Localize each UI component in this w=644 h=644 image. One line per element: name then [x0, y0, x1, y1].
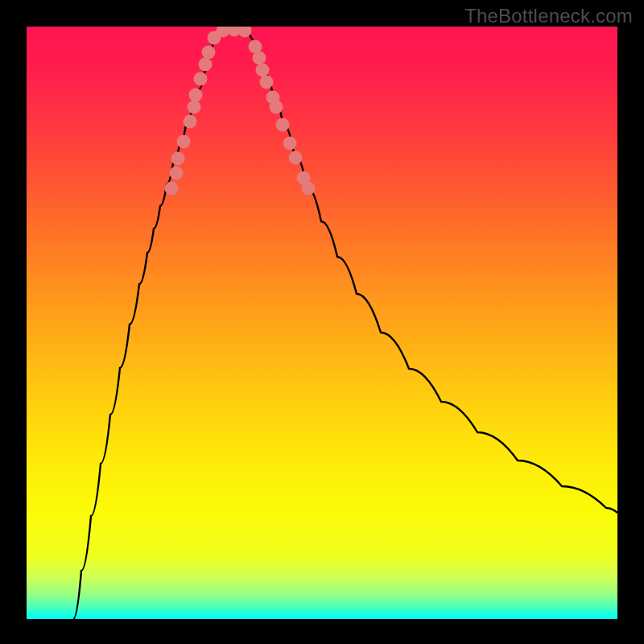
data-dot — [171, 152, 185, 166]
data-dot — [302, 182, 316, 196]
curve-right-branch — [252, 39, 617, 513]
data-dot — [256, 64, 270, 77]
data-dot — [194, 72, 208, 86]
data-dot — [189, 89, 203, 102]
bottleneck-curve-svg — [27, 27, 617, 619]
data-dot — [202, 46, 216, 60]
data-dot — [260, 76, 274, 89]
data-dot — [276, 118, 290, 132]
data-dot — [289, 151, 303, 165]
data-dot — [188, 101, 201, 114]
data-dot — [184, 115, 197, 129]
data-dot — [270, 101, 283, 114]
data-dot — [199, 58, 213, 72]
data-dot — [253, 52, 266, 65]
curve-group — [73, 28, 617, 619]
data-dot — [165, 182, 179, 196]
data-dot — [170, 167, 184, 180]
watermark-text: TheBottleneck.com — [464, 5, 633, 27]
data-dot — [177, 135, 191, 149]
chart-frame: TheBottleneck.com — [0, 0, 644, 644]
dot-cluster-left — [165, 27, 252, 196]
data-dot — [283, 137, 297, 151]
